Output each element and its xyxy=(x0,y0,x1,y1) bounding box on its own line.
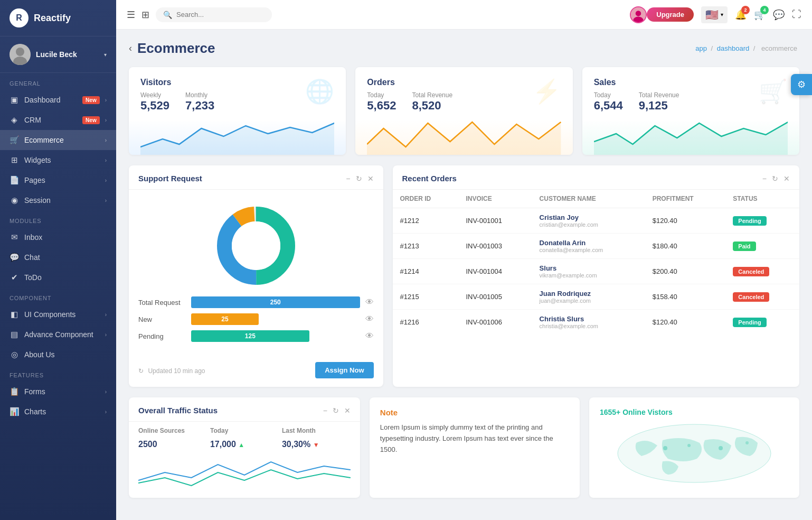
sidebar-item-widgets[interactable]: ⊞ Widgets › xyxy=(0,150,116,170)
visitors-chart xyxy=(140,118,334,155)
grid-icon[interactable]: ⊞ xyxy=(141,9,149,21)
stat-card-header: Visitors Weekly 5,529 Monthly 7,233 xyxy=(140,78,334,118)
sidebar-item-crm[interactable]: ◈ CRM New › xyxy=(0,110,116,130)
legend-bar: 25 xyxy=(191,313,259,325)
legend-bar-container: 25 xyxy=(191,313,360,325)
content-area: ‹ Ecommerce app / dashboard / ecommerce … xyxy=(116,30,812,520)
status-badge: Pending xyxy=(733,216,766,226)
search-input[interactable] xyxy=(176,11,256,18)
sidebar-item-chat[interactable]: 💬 Chat xyxy=(0,247,116,267)
stat-weekly: Weekly 5,529 xyxy=(140,91,169,113)
section-general-label: General xyxy=(0,73,116,90)
chevron-right-icon: › xyxy=(105,409,107,415)
table-row: #1212 INV-001001 Cristian Joy cristian@e… xyxy=(393,208,799,234)
messages-icon[interactable]: 💬 xyxy=(773,9,785,21)
table-row: #1216 INV-001006 Christia Slurs christia… xyxy=(393,310,799,335)
sidebar-item-ui-components[interactable]: ◧ UI Components › xyxy=(0,304,116,324)
col-customer-name: Customer Name xyxy=(532,190,645,208)
stat-card-header: Sales Today 6,544 Total Revenue 9,125 xyxy=(594,78,788,118)
note-title: Note xyxy=(380,408,569,417)
support-footer: ↻ Updated 10 min ago Assign Now xyxy=(129,356,383,387)
order-id-cell: #1216 xyxy=(393,310,459,335)
main-area: ☰ ⊞ 🔍 Upgrade 🇺🇸 ▾ xyxy=(116,0,812,520)
breadcrumb-dashboard[interactable]: dashboard xyxy=(717,44,749,52)
traffic-last-val: 30,30% ▼ xyxy=(282,440,351,449)
stats-row: Visitors Weekly 5,529 Monthly 7,233 xyxy=(129,67,799,155)
traffic-chart-area xyxy=(129,457,360,496)
dashboard-icon: ▣ xyxy=(10,95,19,105)
invoice-cell: INV-001004 xyxy=(458,259,532,284)
table-row: #1214 INV-001004 Slurs vikram@example.co… xyxy=(393,259,799,284)
order-id-cell: #1213 xyxy=(393,234,459,259)
customer-cell: Cristian Joy cristian@example.com xyxy=(532,208,645,234)
breadcrumb-app[interactable]: app xyxy=(695,44,707,52)
svg-point-13 xyxy=(232,221,280,270)
close-icon[interactable]: ✕ xyxy=(344,406,351,415)
close-icon[interactable]: ✕ xyxy=(367,174,374,183)
sidebar-item-forms[interactable]: 📋 Forms › xyxy=(0,382,116,402)
status-badge: Canceled xyxy=(733,292,769,302)
sidebar-item-dashboard[interactable]: ▣ Dashboard New › xyxy=(0,90,116,110)
col-status: Status xyxy=(725,190,799,208)
sidebar-item-session[interactable]: ◉ Session › xyxy=(0,190,116,210)
back-button[interactable]: ‹ xyxy=(129,43,132,54)
fullscreen-icon[interactable]: ⛶ xyxy=(792,9,801,20)
close-icon[interactable]: ✕ xyxy=(783,174,790,183)
sidebar-item-charts[interactable]: 📊 Charts › xyxy=(0,402,116,422)
refresh-icon[interactable]: ↻ xyxy=(333,406,339,415)
hamburger-icon[interactable]: ☰ xyxy=(127,9,135,21)
table-row: #1215 INV-001005 Juan Rodriquez juan@exa… xyxy=(393,284,799,310)
gear-icon: ⚙ xyxy=(797,79,806,90)
orders-card-header: Recent Orders − ↻ ✕ xyxy=(393,165,799,190)
visitors-title: 1655+ Online Vistors xyxy=(600,408,789,416)
minimize-icon[interactable]: − xyxy=(762,174,767,183)
eye-icon[interactable]: 👁 xyxy=(365,331,374,341)
bottom-row: Overall Traffic Status − ↻ ✕ Online Sour… xyxy=(129,397,799,498)
stat-card-orders: Orders Today 5,652 Total Revenue 8,520 xyxy=(355,67,572,155)
svg-point-1 xyxy=(16,48,24,56)
dashboard-badge: New xyxy=(82,96,100,104)
minimize-icon[interactable]: − xyxy=(346,174,350,183)
assign-now-button[interactable]: Assign Now xyxy=(315,362,373,378)
eye-icon[interactable]: 👁 xyxy=(365,298,374,307)
sidebar-item-about-us[interactable]: ◎ About Us xyxy=(0,345,116,365)
sidebar-item-ecommerce[interactable]: 🛒 Ecommerce › xyxy=(0,130,116,150)
minimize-icon[interactable]: − xyxy=(323,406,327,415)
sidebar-item-advance-component[interactable]: ▤ Advance Component › xyxy=(0,324,116,345)
sidebar-item-todo[interactable]: ✔ ToDo xyxy=(0,267,116,287)
notifications-button[interactable]: 🔔 2 xyxy=(735,9,747,21)
sidebar-item-pages[interactable]: 📄 Pages › xyxy=(0,170,116,190)
stat-card-visitors: Visitors Weekly 5,529 Monthly 7,233 xyxy=(129,67,346,155)
ecommerce-icon: 🛒 xyxy=(10,135,19,145)
sidebar: R Reactify Lucile Beck ▾ General ▣ Dashb… xyxy=(0,0,116,520)
user-profile[interactable]: Lucile Beck ▾ xyxy=(0,36,116,73)
col-profitment: Profitment xyxy=(645,190,726,208)
legend-bar-container: 250 xyxy=(191,296,360,308)
refresh-icon[interactable]: ↻ xyxy=(772,174,778,183)
topbar-avatar xyxy=(630,6,647,23)
order-id-cell: #1214 xyxy=(393,259,459,284)
cart-sales-icon: 🛒 xyxy=(759,78,788,105)
chevron-right-icon: › xyxy=(105,312,107,318)
customer-cell: Donatella Arin conatella@example.com xyxy=(532,234,645,259)
chevron-down-icon: ▾ xyxy=(721,12,723,17)
traffic-today-val: 17,000 ▲ xyxy=(210,440,279,449)
refresh-icon[interactable]: ↻ xyxy=(356,174,362,183)
eye-icon[interactable]: 👁 xyxy=(365,314,374,324)
settings-fab[interactable]: ⚙ xyxy=(791,74,812,95)
ui-components-icon: ◧ xyxy=(10,310,19,319)
visitors-count: 1655+ xyxy=(600,408,620,416)
page-header: ‹ Ecommerce app / dashboard / ecommerce xyxy=(129,40,799,57)
status-badge: Paid xyxy=(733,242,756,251)
topbar-right: Upgrade 🇺🇸 ▾ 🔔 2 🛒 4 💬 ⛶ xyxy=(630,6,801,23)
col-order-id: Order ID xyxy=(393,190,459,208)
cart-button[interactable]: 🛒 4 xyxy=(754,9,766,21)
flag-icon: 🇺🇸 xyxy=(705,8,719,21)
legend-bar: 125 xyxy=(191,330,309,342)
language-selector[interactable]: 🇺🇸 ▾ xyxy=(701,6,728,23)
sidebar-item-inbox[interactable]: ✉ Inbox xyxy=(0,227,116,247)
search-icon: 🔍 xyxy=(163,11,172,19)
upgrade-button[interactable]: Upgrade xyxy=(647,7,694,22)
svg-point-18 xyxy=(745,441,749,444)
section-modules-label: Modules xyxy=(0,210,116,227)
